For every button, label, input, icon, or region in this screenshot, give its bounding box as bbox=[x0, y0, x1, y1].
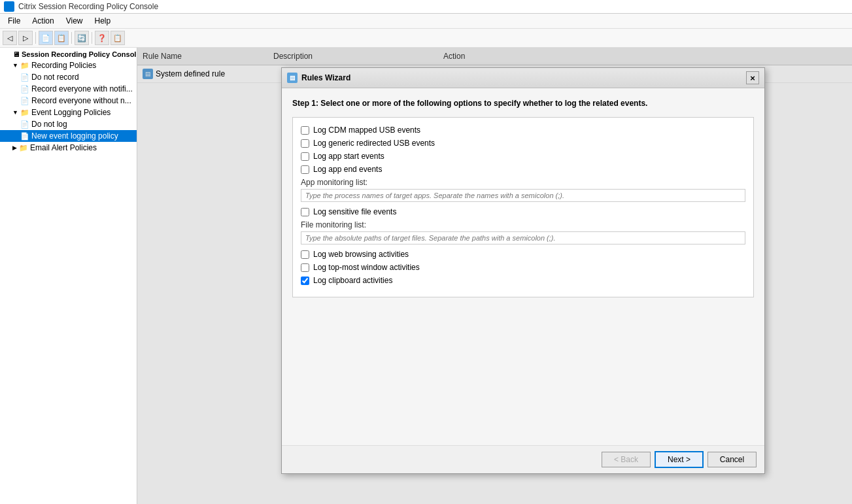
label-app-start[interactable]: Log app start events bbox=[313, 152, 384, 161]
main-layout: 🖥 Session Recording Policy Console ▼ 📁 R… bbox=[0, 48, 852, 504]
policy-icon-rw: 📄 bbox=[20, 97, 29, 105]
dialog-title: Rules Wizard bbox=[301, 73, 350, 82]
sidebar-item-new-event-logging[interactable]: 📄 New event logging policy bbox=[0, 130, 137, 142]
app-monitoring-input[interactable] bbox=[301, 189, 745, 202]
content-area: Rule Name Description Action ▤ System de… bbox=[137, 48, 852, 504]
toolbar-back[interactable]: ◁ bbox=[3, 31, 17, 45]
menu-help[interactable]: Help bbox=[90, 15, 116, 27]
dialog-titlebar: ▤ Rules Wizard × bbox=[282, 68, 764, 88]
option-row-app-start: Log app start events bbox=[301, 152, 745, 161]
toolbar-sep1 bbox=[35, 32, 36, 44]
toolbar: ◁ ▷ 📄 📋 🔄 ❓ 📋 bbox=[0, 29, 852, 48]
sidebar-label-recording-policies: Recording Policies bbox=[31, 61, 96, 70]
dialog-body: Step 1: Select one or more of the follow… bbox=[282, 88, 764, 314]
toolbar-sep2 bbox=[71, 32, 72, 44]
checkbox-clipboard[interactable] bbox=[301, 277, 309, 285]
checkbox-topmost-window[interactable] bbox=[301, 263, 309, 272]
sidebar-item-do-not-record[interactable]: 📄 Do not record bbox=[0, 71, 137, 83]
sidebar-item-record-notif[interactable]: 📄 Record everyone with notifi... bbox=[0, 83, 137, 95]
toolbar-new-policy[interactable]: 📄 bbox=[39, 31, 53, 45]
rules-wizard-dialog: ▤ Rules Wizard × Step 1: Select one or m… bbox=[281, 67, 765, 474]
sidebar-label-record-without: Record everyone without n... bbox=[31, 96, 131, 105]
app-icon bbox=[4, 1, 14, 12]
toolbar-btn2[interactable]: 📋 bbox=[54, 31, 69, 45]
title-bar: Citrix Session Recording Policy Console bbox=[0, 0, 852, 14]
sidebar-item-recording-policies[interactable]: ▼ 📁 Recording Policies bbox=[0, 59, 137, 71]
folder-icon-email: 📁 bbox=[19, 144, 28, 152]
toolbar-refresh[interactable]: 🔄 bbox=[75, 31, 89, 45]
arrow-recording: ▼ bbox=[12, 62, 18, 69]
label-app-end[interactable]: Log app end events bbox=[313, 165, 382, 174]
toolbar-help[interactable]: ❓ bbox=[95, 31, 109, 45]
folder-icon-recording: 📁 bbox=[20, 61, 29, 70]
sidebar-label-email-alert: Email Alert Policies bbox=[30, 143, 97, 152]
dialog-title-icon: ▤ bbox=[287, 73, 298, 83]
arrow-event: ▼ bbox=[12, 109, 18, 116]
option-row-clipboard: Log clipboard activities bbox=[301, 276, 745, 285]
option-row-generic-usb: Log generic redirected USB events bbox=[301, 139, 745, 148]
option-row-sensitive-file: Log sensitive file events bbox=[301, 207, 745, 216]
policy-icon-nel: 📄 bbox=[20, 132, 29, 141]
menu-file[interactable]: File bbox=[3, 15, 26, 27]
cancel-button[interactable]: Cancel bbox=[707, 452, 757, 467]
option-row-topmost-window: Log top-most window activities bbox=[301, 263, 745, 272]
file-monitoring-input[interactable] bbox=[301, 231, 745, 244]
option-row-app-end: Log app end events bbox=[301, 165, 745, 174]
policy-icon-dnr: 📄 bbox=[20, 73, 29, 82]
dialog-lower-area bbox=[282, 314, 764, 445]
label-generic-usb[interactable]: Log generic redirected USB events bbox=[313, 139, 435, 148]
checkbox-app-end[interactable] bbox=[301, 165, 309, 174]
checkbox-app-start[interactable] bbox=[301, 152, 309, 161]
app-monitoring-label: App monitoring list: bbox=[301, 178, 745, 187]
checkbox-generic-usb[interactable] bbox=[301, 139, 309, 148]
sidebar-item-do-not-log[interactable]: 📄 Do not log bbox=[0, 118, 137, 130]
sidebar-item-event-logging[interactable]: ▼ 📁 Event Logging Policies bbox=[0, 107, 137, 118]
label-clipboard[interactable]: Log clipboard activities bbox=[313, 276, 392, 285]
policy-icon-dnl: 📄 bbox=[20, 120, 29, 129]
label-cdm-usb[interactable]: Log CDM mapped USB events bbox=[313, 126, 420, 135]
arrow-email: ▶ bbox=[12, 144, 17, 151]
sidebar-item-record-without[interactable]: 📄 Record everyone without n... bbox=[0, 95, 137, 107]
checkbox-cdm-usb[interactable] bbox=[301, 126, 309, 135]
label-topmost-window[interactable]: Log top-most window activities bbox=[313, 263, 420, 272]
window-title: Citrix Session Recording Policy Console bbox=[18, 2, 158, 11]
menu-bar: File Action View Help bbox=[0, 14, 852, 29]
sidebar-root[interactable]: 🖥 Session Recording Policy Console bbox=[0, 49, 137, 59]
sidebar-root-label: Session Recording Policy Console bbox=[22, 50, 137, 58]
sidebar-label-do-not-log: Do not log bbox=[31, 120, 67, 129]
option-row-cdm-usb: Log CDM mapped USB events bbox=[301, 126, 745, 135]
file-monitoring-label: File monitoring list: bbox=[301, 220, 745, 229]
menu-view[interactable]: View bbox=[61, 15, 88, 27]
folder-icon-event: 📁 bbox=[20, 109, 29, 117]
toolbar-btn5[interactable]: 📋 bbox=[111, 31, 125, 45]
step-label: Step 1: Select one or more of the follow… bbox=[292, 99, 754, 108]
toolbar-sep3 bbox=[92, 32, 92, 44]
sidebar-label-new-event-logging: New event logging policy bbox=[31, 131, 118, 141]
sidebar-item-email-alert[interactable]: ▶ 📁 Email Alert Policies bbox=[0, 142, 137, 154]
option-row-web-browsing: Log web browsing activities bbox=[301, 250, 745, 259]
sidebar-label-do-not-record: Do not record bbox=[31, 73, 79, 82]
policy-icon-rn: 📄 bbox=[20, 85, 29, 93]
dialog-footer: < Back Next > Cancel bbox=[282, 445, 764, 473]
sidebar-label-event-logging: Event Logging Policies bbox=[31, 108, 111, 117]
sidebar-label-record-notif: Record everyone with notifi... bbox=[31, 84, 133, 93]
label-web-browsing[interactable]: Log web browsing activities bbox=[313, 250, 409, 259]
sidebar: 🖥 Session Recording Policy Console ▼ 📁 R… bbox=[0, 48, 137, 504]
label-sensitive-file[interactable]: Log sensitive file events bbox=[313, 207, 396, 216]
modal-overlay: ▤ Rules Wizard × Step 1: Select one or m… bbox=[137, 48, 852, 504]
root-icon: 🖥 bbox=[12, 50, 20, 58]
next-button[interactable]: Next > bbox=[655, 451, 704, 468]
options-box: Log CDM mapped USB events Log generic re… bbox=[292, 117, 754, 297]
checkbox-sensitive-file[interactable] bbox=[301, 208, 309, 216]
back-button[interactable]: < Back bbox=[602, 452, 651, 467]
checkbox-web-browsing[interactable] bbox=[301, 250, 309, 259]
toolbar-forward[interactable]: ▷ bbox=[18, 31, 33, 45]
menu-action[interactable]: Action bbox=[27, 15, 59, 27]
dialog-close-button[interactable]: × bbox=[746, 71, 759, 84]
